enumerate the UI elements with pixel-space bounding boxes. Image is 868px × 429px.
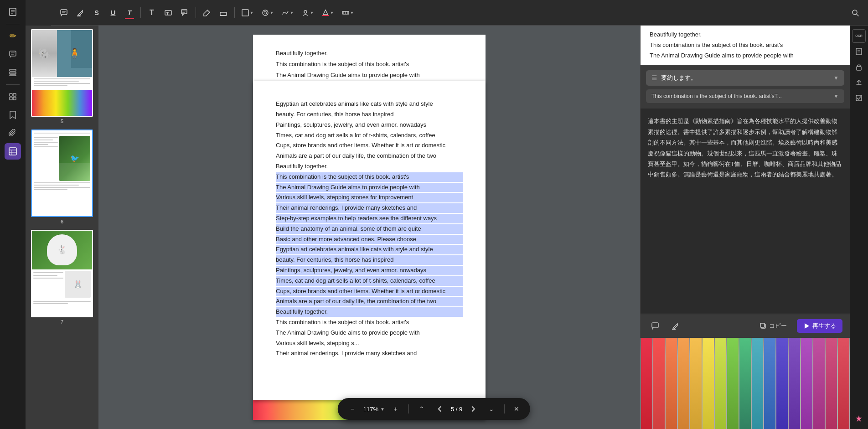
sidebar-icon-layers[interactable]	[5, 64, 21, 81]
ai-panel-bottom-image	[641, 338, 850, 429]
page-line-4: Cups, store brands and other items. Whet…	[276, 141, 463, 150]
thumb-label-7: 7	[61, 319, 63, 325]
svg-rect-46	[856, 48, 862, 55]
nav-zoom-dropdown[interactable]: ▼	[380, 407, 385, 412]
page-line-17: Times, cat and dog art sells a lot of t-…	[276, 276, 463, 286]
nav-zoom-in-btn[interactable]: +	[388, 402, 403, 416]
ai-dropdown-1-text: 要約します。	[661, 74, 697, 82]
nav-prev-btn[interactable]	[433, 402, 447, 416]
right-icon-share[interactable]	[852, 76, 866, 89]
nav-zoom-out-btn[interactable]: −	[345, 402, 360, 416]
ai-dropdown-2[interactable]: This combination is the subject of this …	[646, 89, 844, 103]
sidebar-icon-highlight[interactable]: ✏	[5, 28, 21, 44]
toolbar-div-3	[234, 7, 235, 18]
nav-page-value: 5 / 9	[451, 406, 462, 413]
pdf-viewer[interactable]: Beautifully together. This combination i…	[98, 26, 640, 429]
toolbar-div-2	[196, 7, 196, 18]
ai-dropdown-1[interactable]: ☰ 要約します。 ▼	[646, 70, 844, 86]
right-icon-ai[interactable]	[852, 412, 866, 425]
toolbar-measure-btn[interactable]: ▼	[339, 5, 357, 20]
page-line-10: Their animal renderings. I provide many …	[276, 203, 463, 213]
ai-panel: Beautifully together. This combination i…	[640, 26, 850, 429]
right-icon-ocr[interactable]: OCR	[852, 29, 866, 43]
ai-top-text: Beautifully together. This combination i…	[641, 26, 850, 65]
ai-copy-btn[interactable]: コピー	[755, 319, 791, 333]
thumb-img-5: 🐘 🧍	[31, 29, 93, 117]
page-line-22: The Animal Drawing Guide aims to provide…	[276, 328, 463, 338]
svg-rect-7	[10, 69, 16, 71]
svg-point-31	[263, 10, 268, 16]
thumbnail-page-7[interactable]: 🐇 🐰	[29, 230, 95, 325]
toolbar-color-fill-btn[interactable]: ▼	[319, 5, 337, 20]
thumb-img-7: 🐇 🐰	[31, 230, 93, 317]
ai-dropdown-2-text: This combination is the subject of this …	[651, 93, 833, 99]
svg-text:T: T	[166, 11, 169, 16]
toolbar-callout-btn[interactable]	[177, 5, 192, 20]
sidebar-icon-thumbnails[interactable]	[5, 88, 21, 105]
page-text-combination: This combination is the subject of this …	[276, 59, 463, 69]
page-line-15: beauty. For centuries, this horse has in…	[276, 255, 463, 265]
page-line-19: Animals are a part of our daily life, th…	[276, 297, 463, 306]
svg-rect-13	[13, 97, 16, 100]
toolbar-draw-btn[interactable]: ▼	[279, 5, 297, 20]
toolbar-text-btn[interactable]: T	[145, 5, 159, 20]
nav-prev-top-btn[interactable]: ⌃	[414, 402, 429, 416]
page-line-11: Step-by-step examples to help readers se…	[276, 214, 463, 223]
toolbar-signature-btn[interactable]: ▼	[299, 5, 317, 20]
toolbar-shapes-btn[interactable]: ▼	[238, 5, 257, 20]
thumbnail-page-5[interactable]: 🐘 🧍	[29, 29, 95, 124]
svg-point-33	[304, 10, 307, 13]
toolbar: S U T T T ▼	[51, 0, 868, 26]
page-text-beautifully: Beautifully together.	[276, 48, 463, 58]
sidebar-icon-purple-layers[interactable]	[5, 143, 21, 160]
nav-divider-1	[408, 404, 409, 413]
page-line-12: Build the anatomy of an animal. some of …	[276, 224, 463, 234]
page-line-13: Basic and other more advanced ones. Plea…	[276, 235, 463, 244]
thumb-label-5: 5	[61, 119, 63, 124]
page-text-drawing-guide: The Animal Drawing Guide aims to provide…	[276, 70, 463, 80]
svg-rect-4	[10, 51, 16, 56]
ai-dropdown-area: ☰ 要約します。 ▼ This combination is the subje…	[641, 65, 850, 109]
page-line-24: Their animal renderings. I provide many …	[276, 349, 463, 358]
toolbar-underline-btn[interactable]: U	[106, 5, 120, 20]
pdf-page[interactable]: Egyptian art celebrates animals like cat…	[253, 81, 486, 400]
page-line-0: Egyptian art celebrates animals like cat…	[276, 99, 463, 109]
right-sidebar: OCR	[850, 26, 868, 429]
toolbar-stamp-btn[interactable]: ▼	[258, 5, 277, 20]
sidebar-divider-2	[6, 84, 20, 85]
toolbar-highlight-btn[interactable]	[73, 5, 88, 20]
thumbnail-page-6[interactable]: 🐦 6	[29, 129, 95, 224]
dropdown-list-icon: ☰	[651, 74, 657, 82]
page-line-21: This combination is the subject of this …	[276, 318, 463, 327]
nav-close-btn[interactable]: ✕	[510, 403, 523, 415]
toolbar-strikethrough-btn[interactable]: S	[89, 5, 104, 20]
ai-action-bar: コピー 再生する	[641, 314, 850, 338]
right-icon-lock[interactable]	[852, 60, 866, 74]
sidebar-icon-attachments[interactable]	[5, 125, 21, 141]
nav-next-bottom-btn[interactable]: ⌄	[484, 402, 499, 416]
dropdown-2-arrow: ▼	[833, 93, 839, 99]
ai-comment-btn[interactable]	[648, 319, 662, 333]
thumb-label-6: 6	[61, 219, 63, 224]
svg-rect-49	[857, 67, 861, 70]
page-line-20: Beautifully together.	[276, 307, 463, 317]
page-line-9: Various skill levels, stepping stones fo…	[276, 193, 463, 202]
sidebar-icon-comments[interactable]	[5, 46, 21, 62]
svg-marker-45	[805, 323, 809, 329]
ai-pencil-btn[interactable]	[668, 319, 682, 333]
right-icon-check[interactable]	[852, 91, 866, 105]
svg-rect-41	[652, 323, 658, 328]
toolbar-ink-btn[interactable]	[200, 5, 214, 20]
ai-play-btn[interactable]: 再生する	[797, 319, 842, 333]
toolbar-search-btn[interactable]	[848, 5, 863, 20]
page-line-2: Paintings, sculptures, jewelry, and even…	[276, 120, 463, 130]
svg-rect-14	[9, 148, 16, 155]
right-icon-document[interactable]	[852, 45, 866, 58]
toolbar-eraser-btn[interactable]	[216, 5, 231, 20]
nav-next-btn[interactable]	[466, 402, 480, 416]
toolbar-textbox-btn[interactable]: T	[161, 5, 176, 20]
toolbar-text-color-btn[interactable]: T	[122, 5, 137, 20]
toolbar-comment-btn[interactable]	[57, 5, 71, 20]
sidebar-icon-bookmark[interactable]	[5, 107, 21, 123]
sidebar-icon-document[interactable]	[5, 4, 21, 20]
